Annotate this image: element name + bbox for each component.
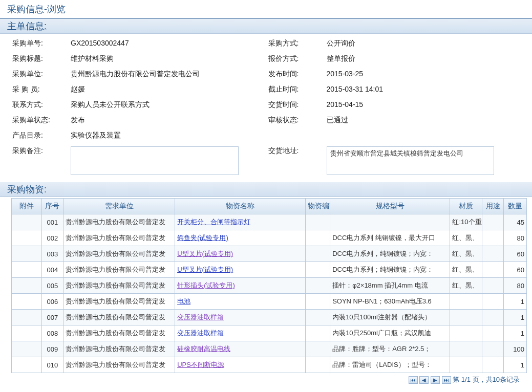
col-name[interactable]: 物资名称 xyxy=(175,199,306,214)
pager-prev-button[interactable]: ◀ xyxy=(419,376,429,384)
cell-seq: 001 xyxy=(41,214,63,230)
cell-code xyxy=(305,341,330,357)
cell-seq: 007 xyxy=(41,310,63,325)
label-remark: 采购备注: xyxy=(12,146,69,175)
cell-spec: 品牌：雷迪司（LADIS）；型号： xyxy=(330,357,450,373)
cell-unit: 贵州黔源电力股份有限公司普定发 xyxy=(63,278,175,294)
main-section-header: 主单信息: xyxy=(0,19,532,34)
material-name-link[interactable]: U型叉片(试验专用) xyxy=(177,266,233,273)
cell-use xyxy=(482,310,504,325)
cell-qty: 60 xyxy=(504,262,527,278)
value-audit: 已通过 xyxy=(325,116,524,125)
col-attach[interactable]: 附件 xyxy=(12,199,42,214)
material-name-link[interactable]: 鳄鱼夹(试验专用) xyxy=(177,234,228,242)
cell-code xyxy=(305,230,330,246)
label-catalog: 产品目录: xyxy=(12,131,69,140)
pager-first-button[interactable]: ⏮ xyxy=(409,376,418,384)
cell-unit: 贵州黔源电力股份有限公司普定发 xyxy=(63,357,175,373)
label-order-no: 采购单号: xyxy=(12,39,69,48)
table-row: 001贵州黔源电力股份有限公司普定发开关柜分、合闸等指示灯红:10个重45 xyxy=(12,214,527,230)
cell-spec: DCC电力系列；纯铜镀镍；内宽： xyxy=(330,262,450,278)
cell-name: UPS不间断电源 xyxy=(175,357,306,373)
cell-code xyxy=(305,294,330,310)
cell-name: 变压器油取样箱 xyxy=(175,325,306,341)
cell-attach xyxy=(12,325,42,341)
cell-spec: DCC电力系列 纯铜镀镍，最大开口 xyxy=(330,230,450,246)
cell-seq: 008 xyxy=(41,325,63,341)
delivery-address-textarea[interactable]: 贵州省安顺市普定县城关镇梭筛普定发电公司 xyxy=(327,146,495,175)
cell-qty: 45 xyxy=(504,214,527,230)
material-name-link[interactable]: 开关柜分、合闸等指示灯 xyxy=(177,218,250,226)
value-buyer: 赵媛 xyxy=(69,85,268,94)
label-publish: 发布时间: xyxy=(268,70,325,79)
material-name-link[interactable]: 变压器油取样箱 xyxy=(177,329,224,337)
cell-use xyxy=(482,278,504,294)
cell-material xyxy=(450,310,482,325)
cell-unit: 贵州黔源电力股份有限公司普定发 xyxy=(63,214,175,230)
label-audit: 审核状态: xyxy=(268,116,325,125)
value-delivery: 2015-04-15 xyxy=(325,100,524,110)
col-seq[interactable]: 序号 xyxy=(41,199,63,214)
cell-qty: 1 xyxy=(504,310,527,325)
material-name-link[interactable]: 电池 xyxy=(177,297,190,305)
cell-material: 红、黑、 xyxy=(450,246,482,262)
label-method: 采购方式: xyxy=(268,39,325,48)
cell-seq: 003 xyxy=(41,246,63,262)
materials-table: 附件 序号 需求单位 物资名称 物资编码 规格型号 材质 用途 数量 001贵州… xyxy=(11,198,527,373)
cell-seq: 006 xyxy=(41,294,63,310)
cell-use xyxy=(482,325,504,341)
cell-material xyxy=(450,357,482,373)
cell-seq: 005 xyxy=(41,278,63,294)
cell-use xyxy=(482,341,504,357)
cell-use xyxy=(482,214,504,230)
material-name-link[interactable]: 硅橡胶耐高温电线 xyxy=(177,345,230,353)
remark-textarea[interactable] xyxy=(71,146,239,175)
col-unit[interactable]: 需求单位 xyxy=(63,199,175,214)
cell-material: 红:10个重 xyxy=(450,214,482,230)
cell-attach xyxy=(12,341,42,357)
material-name-link[interactable]: U型叉片(试验专用) xyxy=(177,250,233,257)
cell-attach xyxy=(12,310,42,325)
pager-last-button[interactable]: ⏭ xyxy=(442,376,451,384)
cell-material xyxy=(450,341,482,357)
material-name-link[interactable]: 变压器油取样箱 xyxy=(177,313,224,321)
table-header-row: 附件 序号 需求单位 物资名称 物资编码 规格型号 材质 用途 数量 xyxy=(12,199,527,214)
cell-code xyxy=(305,214,330,230)
col-use[interactable]: 用途 xyxy=(482,199,504,214)
cell-spec xyxy=(330,214,450,230)
cell-qty: 60 xyxy=(504,246,527,262)
col-spec[interactable]: 规格型号 xyxy=(330,199,450,214)
value-unit: 贵州黔源电力股份有限公司普定发电公司 xyxy=(69,70,268,79)
pager-next-button[interactable]: ▶ xyxy=(431,376,440,384)
cell-qty: 1 xyxy=(504,325,527,341)
cell-attach xyxy=(12,294,42,310)
cell-use xyxy=(482,246,504,262)
cell-code xyxy=(305,325,330,341)
material-name-link[interactable]: UPS不间断电源 xyxy=(177,361,224,368)
cell-material xyxy=(450,325,482,341)
cell-material: 红、黑、 xyxy=(450,230,482,246)
table-row: 005贵州黔源电力股份有限公司普定发针形插头(试验专用)插针：φ2×18mm 插… xyxy=(12,278,527,294)
cell-code xyxy=(305,310,330,325)
table-row: 004贵州黔源电力股份有限公司普定发U型叉片(试验专用)DCC电力系列；纯铜镀镍… xyxy=(12,262,527,278)
cell-unit: 贵州黔源电力股份有限公司普定发 xyxy=(63,262,175,278)
cell-name: 变压器油取样箱 xyxy=(175,310,306,325)
material-name-link[interactable]: 针形插头(试验专用) xyxy=(177,281,235,289)
label-quote: 报价方式: xyxy=(268,54,325,63)
cell-name: 针形插头(试验专用) xyxy=(175,278,306,294)
cell-qty: 100 xyxy=(504,341,527,357)
cell-material: 红、黑、 xyxy=(450,262,482,278)
value-status: 发布 xyxy=(69,116,268,125)
cell-code xyxy=(305,246,330,262)
col-qty[interactable]: 数量 xyxy=(504,199,527,214)
table-row: 003贵州黔源电力股份有限公司普定发U型叉片(试验专用)DCC电力系列，纯铜镀镍… xyxy=(12,246,527,262)
table-row: 007贵州黔源电力股份有限公司普定发变压器油取样箱内装10只100ml注射器（配… xyxy=(12,310,527,325)
cell-use xyxy=(482,230,504,246)
cell-seq: 004 xyxy=(41,262,63,278)
table-row: 002贵州黔源电力股份有限公司普定发鳄鱼夹(试验专用)DCC电力系列 纯铜镀镍，… xyxy=(12,230,527,246)
cell-unit: 贵州黔源电力股份有限公司普定发 xyxy=(63,341,175,357)
col-material[interactable]: 材质 xyxy=(450,199,482,214)
cell-attach xyxy=(12,214,42,230)
col-code[interactable]: 物资编码 xyxy=(305,199,330,214)
table-row: 010贵州黔源电力股份有限公司普定发UPS不间断电源品牌：雷迪司（LADIS）；… xyxy=(12,357,527,373)
